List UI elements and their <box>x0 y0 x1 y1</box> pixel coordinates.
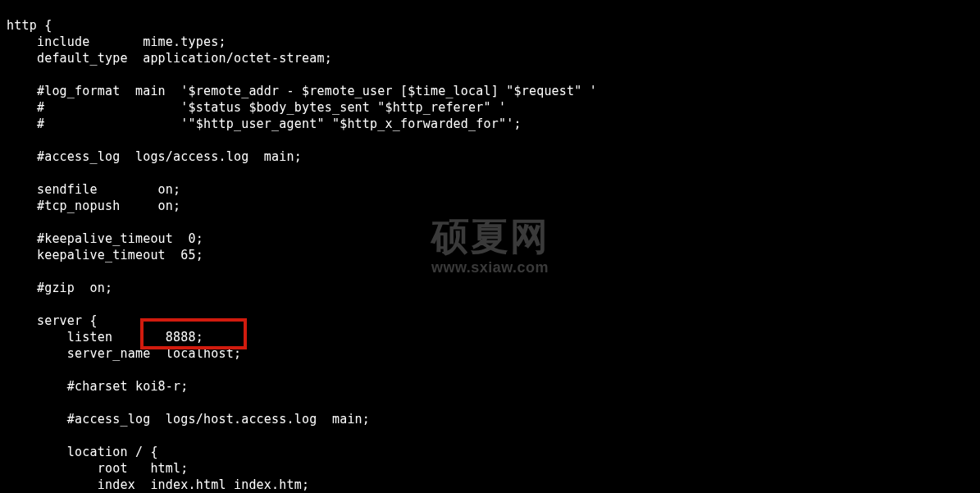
nginx-config-code: http { include mime.types; default_type … <box>0 12 604 493</box>
